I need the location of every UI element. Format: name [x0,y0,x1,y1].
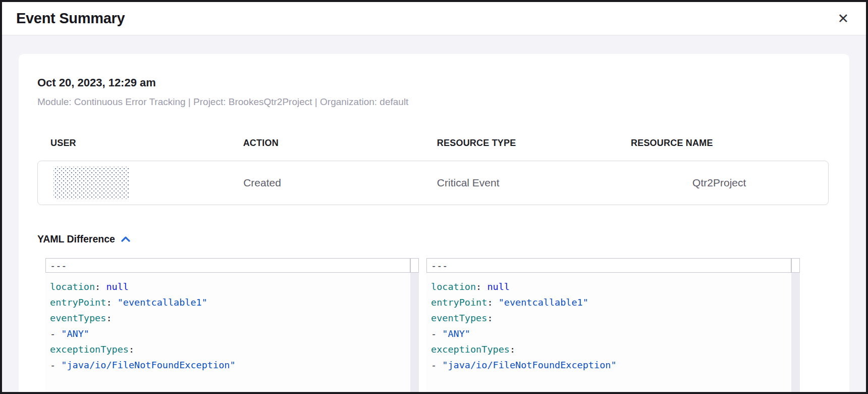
user-cell [38,167,243,199]
modal-body: Oct 20, 2023, 12:29 am Module: Continuou… [2,35,866,392]
column-header-resource-type: RESOURCE TYPE [437,138,631,149]
yaml-code-line: eventTypes: [50,310,410,326]
table-row: Created Critical Event Qtr2Project [37,161,829,205]
column-header-action: ACTION [243,138,437,149]
yaml-code-line: - "java/io/FileNotFoundException" [50,357,410,373]
yaml-code-line: location: null [50,279,410,294]
yaml-diff-panes: --- location: nullentryPoint: "eventcall… [45,258,831,392]
table-header-row: USER ACTION RESOURCE TYPE RESOURCE NAME [37,138,829,149]
modal-header: Event Summary ✕ [2,2,866,35]
scrollbar-thumb[interactable] [410,258,419,273]
yaml-code-line: exceptionTypes: [431,341,791,357]
yaml-code-line: - "ANY" [50,326,410,341]
event-timestamp: Oct 20, 2023, 12:29 am [37,76,831,89]
yaml-code-line: exceptionTypes: [50,341,410,357]
yaml-first-line: --- [426,258,791,273]
yaml-first-line: --- [45,258,410,273]
event-summary-modal: Event Summary ✕ Oct 20, 2023, 12:29 am M… [0,0,868,394]
yaml-diff-pane-left[interactable]: --- location: nullentryPoint: "eventcall… [45,258,419,392]
yaml-diff-pane-right[interactable]: --- location: nullentryPoint: "eventcall… [426,258,800,392]
audit-table: USER ACTION RESOURCE TYPE RESOURCE NAME … [37,138,829,205]
event-meta: Module: Continuous Error Tracking | Proj… [37,96,831,108]
yaml-difference-label: YAML Difference [37,233,115,245]
scrollbar-thumb[interactable] [791,258,800,273]
chevron-up-icon [121,236,130,242]
action-cell: Created [243,177,437,189]
close-icon: ✕ [837,11,849,26]
redacted-user-avatar [53,167,129,199]
scrollbar-track[interactable] [791,258,800,392]
yaml-difference-toggle[interactable]: YAML Difference [37,233,130,245]
event-card: Oct 20, 2023, 12:29 am Module: Continuou… [19,54,849,392]
resource-type-cell: Critical Event [437,177,631,189]
resource-name-cell: Qtr2Project [630,177,828,189]
column-header-resource-name: RESOURCE NAME [631,138,829,149]
scrollbar-track[interactable] [410,258,419,392]
yaml-code-line: - "java/io/FileNotFoundException" [431,357,791,373]
yaml-code-line: entryPoint: "eventcallable1" [50,294,410,310]
yaml-code-lines: location: nullentryPoint: "eventcallable… [426,273,800,373]
column-header-user: USER [37,138,243,149]
yaml-code-line: - "ANY" [431,326,791,341]
yaml-code-line: location: null [431,279,791,294]
close-button[interactable]: ✕ [834,10,852,27]
yaml-code-lines: location: nullentryPoint: "eventcallable… [45,273,419,373]
yaml-code-line: eventTypes: [431,310,791,326]
page-title: Event Summary [16,10,125,27]
yaml-code-line: entryPoint: "eventcallable1" [431,294,791,310]
